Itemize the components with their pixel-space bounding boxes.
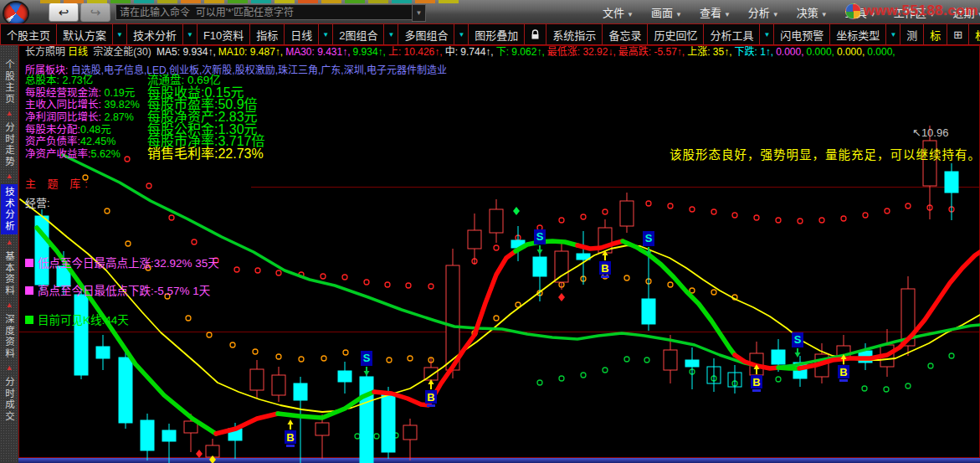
window-tab[interactable]	[321, 0, 341, 3]
sidebar-tab[interactable]: 分时走势	[3, 122, 16, 167]
band-dot	[776, 218, 781, 223]
window-tab[interactable]	[110, 0, 131, 3]
window-tab[interactable]	[368, 0, 388, 3]
chevron-down-icon: ▼	[675, 11, 682, 18]
band-dot	[234, 267, 239, 272]
diamond-signal-icon	[558, 293, 565, 301]
band-dot	[366, 355, 371, 360]
window-tab[interactable]	[64, 0, 84, 3]
toolbar-button[interactable]: 日线	[284, 23, 319, 45]
toolbar-dropdown-icon[interactable]: ▼	[383, 23, 398, 45]
fund-left-cell: 净资产收益率:5.62%	[25, 148, 147, 161]
window-tab[interactable]	[87, 0, 107, 3]
toolbar-dropdown-icon[interactable]: ▼	[759, 23, 774, 45]
info-segment: MA30: 9.431↑,	[285, 46, 350, 58]
toolbar-button[interactable]: 指标	[249, 23, 285, 45]
candle-body	[119, 358, 132, 423]
fund-right-cell: 每股公积金:1.30元	[147, 122, 258, 136]
toolbar-button[interactable]: 技术分析	[126, 23, 183, 45]
lock-icon[interactable]	[524, 23, 546, 45]
band-dot	[146, 265, 151, 270]
fund-value: 0.48元	[80, 124, 111, 136]
window-tab[interactable]	[251, 0, 271, 3]
band-dot	[624, 202, 629, 207]
toolbar-dropdown-icon[interactable]: ▼	[318, 23, 333, 45]
bottom-scrollbar[interactable]	[18, 457, 980, 463]
band-dot	[624, 275, 629, 280]
ma-line	[623, 241, 735, 355]
band-dot	[754, 215, 759, 220]
candle-body	[815, 354, 829, 377]
window-tab[interactable]	[298, 0, 318, 3]
command-input[interactable]	[115, 4, 416, 20]
back-button[interactable]: ↩	[49, 3, 79, 22]
toolbar-button[interactable]: 坐标类型	[829, 23, 886, 45]
menubar-item[interactable]: 画面▼	[651, 4, 682, 20]
toolbar-button[interactable]: 标	[923, 23, 947, 45]
band-dot	[624, 357, 629, 362]
command-dropdown-icon[interactable]: ▼	[412, 4, 426, 22]
window-tab[interactable]	[392, 0, 412, 3]
toolbar-button[interactable]: 测	[900, 23, 924, 45]
sidebar-tab[interactable]: 技术分析	[1, 184, 18, 234]
window-tab[interactable]	[181, 0, 201, 3]
candle-body	[228, 429, 242, 440]
menubar-item[interactable]: 分析▼	[748, 4, 779, 20]
band-dot	[646, 201, 651, 206]
toolbar-button[interactable]: 默认方案	[56, 23, 113, 45]
window-tab[interactable]	[345, 0, 365, 3]
band-dot	[516, 302, 521, 307]
fund-right-cell: 每股市盈率:50.9倍	[147, 97, 258, 111]
sidebar-tab[interactable]: 深度资料	[3, 314, 16, 359]
candle-body	[837, 346, 850, 358]
toolbar-button[interactable]: 图形叠加	[468, 23, 525, 45]
sidebar-tab[interactable]: 个股主页	[3, 59, 16, 105]
grid-icon[interactable]: ⊞	[947, 23, 969, 45]
toolbar-button[interactable]: 历史回忆	[647, 23, 704, 45]
toolbar-button[interactable]: 分析工具	[703, 23, 760, 45]
fundamentals-row: 每股经营现金流: 0.19元每股收益:0.15元	[25, 87, 265, 100]
band-dot	[559, 376, 564, 381]
toolbar-button[interactable]: 系统指示	[546, 23, 603, 45]
band-dot	[603, 274, 608, 279]
window-tab[interactable]	[415, 0, 435, 3]
menubar-item[interactable]: 查看▼	[700, 4, 731, 20]
window-tab[interactable]	[439, 0, 459, 3]
sell-arrow-head	[646, 251, 652, 256]
buy-marker: B	[839, 366, 847, 378]
band-dot	[949, 353, 954, 358]
window-tab[interactable]	[134, 0, 154, 3]
window-tab[interactable]	[228, 0, 248, 3]
toolbar-button[interactable]: 多图组合	[398, 23, 454, 45]
band-dot	[776, 377, 781, 382]
band-dot	[83, 175, 88, 180]
info-segment: 0.000,	[867, 46, 895, 58]
window-tab[interactable]	[275, 0, 295, 3]
toolbar-dropdown-icon[interactable]: ▼	[112, 23, 127, 45]
forward-button[interactable]: ↪	[80, 3, 110, 22]
toolbar-button[interactable]: 权	[968, 23, 980, 45]
info-segment: 上涨: 35↑,	[687, 46, 731, 58]
toolbar-button[interactable]: 备忘录	[602, 23, 648, 45]
stat-line-fall: 高点至今日最低点下跌:-5.57% 1天	[25, 281, 210, 298]
info-segment: 0.000,	[837, 46, 865, 58]
candle-body	[620, 201, 634, 226]
buy-marker-base	[286, 445, 295, 447]
toolbar-button[interactable]: 2图组合	[332, 23, 384, 45]
toolbar-button[interactable]: 个股主页	[0, 23, 57, 45]
toolbar-dropdown-icon[interactable]: ▼	[182, 23, 198, 45]
window-tab[interactable]	[157, 0, 177, 3]
fund-label: 净资产收益率:	[25, 148, 90, 160]
band-dot	[126, 241, 131, 246]
toolbar-dropdown-icon[interactable]: ▼	[885, 23, 900, 45]
sidebar-tab[interactable]: 分时成交	[3, 377, 16, 422]
toolbar-dropdown-icon[interactable]: ▼	[454, 23, 469, 45]
toolbar-button[interactable]: 闪电预警	[773, 23, 830, 45]
menubar-item[interactable]: 文件▼	[603, 4, 634, 20]
toolbar-button[interactable]: F10资料	[197, 23, 250, 45]
info-segment: 日线	[68, 46, 88, 58]
sidebar-tab[interactable]: 基本资料	[3, 251, 16, 296]
window-tab[interactable]	[204, 0, 224, 3]
menubar-item[interactable]: 决策▼	[797, 4, 828, 20]
window-tab[interactable]	[40, 0, 60, 3]
